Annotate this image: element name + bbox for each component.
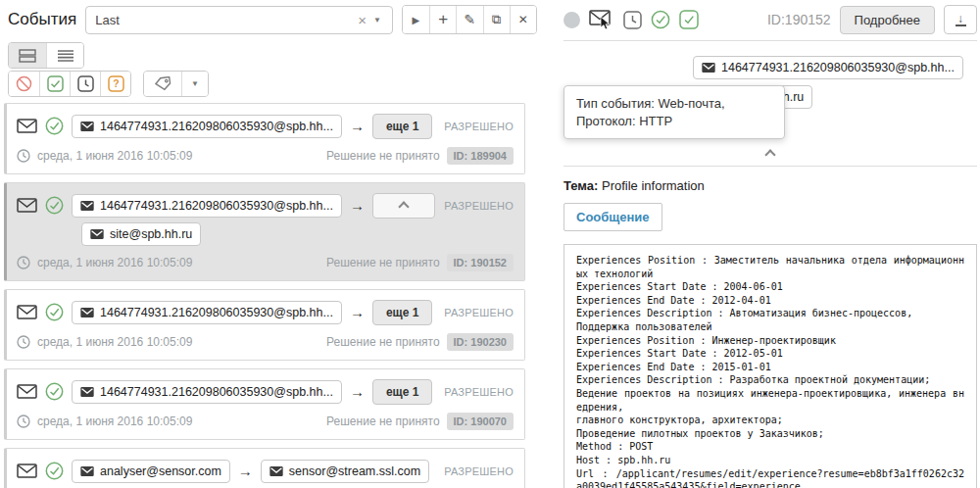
- event-date: среда, 1 июня 2016 10:05:09: [37, 256, 192, 269]
- verdict-allowed-icon: [45, 462, 64, 480]
- event-date: среда, 1 июня 2016 10:05:09: [37, 149, 192, 163]
- mail-icon: [80, 387, 94, 397]
- event-id-badge: ID: 190230: [447, 333, 514, 351]
- sender-address: 1464774931.216209806035930@spb.hh...: [100, 306, 333, 319]
- filter-blocked-button[interactable]: [9, 72, 39, 96]
- decision-label: Решение не принято: [326, 335, 439, 349]
- tags-filter-button[interactable]: [144, 72, 181, 96]
- mail-icon: [90, 229, 104, 239]
- verdict-filter-toolbar: ? ▼: [8, 71, 537, 97]
- edit-filter-button[interactable]: ✎: [456, 6, 482, 33]
- events-console: События Last × ▼ ▶ + ✎ ⧉ ✕: [0, 0, 980, 488]
- saved-filter-dropdown[interactable]: Last × ▼: [85, 6, 393, 34]
- sender-chip[interactable]: analyser@sensor.com: [72, 460, 230, 483]
- mail-icon: [80, 466, 94, 476]
- sender-chip[interactable]: 1464774931.216209806035930@spb.hh...: [72, 194, 342, 218]
- event-card[interactable]: 1464774931.216209806035930@spb.hh... → е…: [4, 103, 525, 174]
- recipient-address: sensor@stream.ssl.com: [289, 464, 420, 478]
- event-fields: 1464774931.216209806035930@spb.hh... Пол…: [564, 56, 977, 138]
- copy-icon: ⧉: [492, 12, 501, 27]
- download-icon-bar: [956, 24, 966, 26]
- event-date: среда, 1 июня 2016 10:05:09: [37, 335, 192, 349]
- sender-chip[interactable]: 1464774931.216209806035930@spb.hh...: [72, 301, 342, 324]
- mail-icon: [702, 63, 715, 73]
- message-body[interactable]: Experiences Position : Заместитель начал…: [564, 244, 977, 488]
- clock-square-icon: [77, 75, 94, 92]
- event-card[interactable]: 1464774931.216209806035930@spb.hh... → е…: [4, 368, 525, 440]
- card-view-button[interactable]: [9, 43, 46, 68]
- question-icon: ?: [108, 75, 124, 92]
- event-type-mail-icon[interactable]: [589, 10, 614, 29]
- pencil-icon: ✎: [465, 12, 476, 27]
- status-label: РАЗРЕШЕНО: [444, 386, 514, 398]
- arrow-icon: →: [350, 197, 365, 214]
- chevron-down-icon[interactable]: ▼: [371, 16, 383, 24]
- collapse-details-button[interactable]: [564, 148, 977, 160]
- event-date: среда, 1 июня 2016 10:05:09: [37, 415, 192, 428]
- verdict-allowed-icon: [45, 382, 64, 401]
- event-card[interactable]: analyser@sensor.com → sensor@stream.ssl.…: [4, 448, 525, 488]
- svg-text:?: ?: [113, 77, 119, 89]
- mail-event-icon: [17, 198, 37, 213]
- arrow-icon: →: [350, 383, 365, 400]
- play-icon: ▶: [413, 15, 420, 25]
- list-view-icon: [57, 49, 74, 63]
- more-recipients-button[interactable]: еще 1: [372, 379, 432, 405]
- decision-label: Решение не принято: [326, 415, 439, 428]
- mail-event-icon: [17, 384, 37, 399]
- subject-label: Тема:: [564, 178, 598, 193]
- chevron-up-icon: [764, 149, 775, 160]
- chevron-up-icon: [398, 201, 409, 212]
- recipient-chip[interactable]: sensor@stream.ssl.com: [261, 460, 429, 483]
- event-id-label: ID:190152: [767, 12, 831, 27]
- mail-icon: [80, 308, 94, 317]
- sender-chip[interactable]: 1464774931.216209806035930@spb.hh...: [72, 115, 342, 138]
- senders-row: 1464774931.216209806035930@spb.hh...: [564, 56, 977, 79]
- allowed-check-icon: [47, 75, 64, 92]
- tab-message[interactable]: Сообщение: [564, 203, 662, 231]
- run-filter-button[interactable]: ▶: [403, 6, 429, 33]
- blocked-icon: [16, 75, 32, 92]
- card-view-icon: [19, 49, 36, 63]
- table-view-button[interactable]: [46, 43, 83, 68]
- plus-icon: +: [438, 10, 448, 29]
- clock-icon: [17, 415, 30, 428]
- mail-icon: [270, 466, 283, 476]
- status-label: РАЗРЕШЕНО: [444, 465, 514, 477]
- event-card-selected[interactable]: 1464774931.216209806035930@spb.hh... → Р…: [4, 182, 525, 281]
- tags-dropdown-button[interactable]: ▼: [181, 72, 208, 96]
- event-type-tooltip: Тип события: Web-почта, Протокол: HTTP: [564, 85, 785, 139]
- view-toggle: [8, 42, 537, 69]
- sender-chip[interactable]: 1464774931.216209806035930@spb.hh...: [693, 56, 963, 79]
- close-icon: ✕: [518, 13, 528, 26]
- recipient-chip[interactable]: site@spb.hh.ru: [81, 222, 201, 246]
- add-filter-button[interactable]: +: [429, 6, 456, 33]
- divider: [564, 166, 977, 167]
- sender-chip[interactable]: 1464774931.216209806035930@spb.hh...: [72, 380, 342, 404]
- filter-actions-toolbar: ▶ + ✎ ⧉ ✕: [402, 5, 537, 34]
- collapse-recipients-button[interactable]: [372, 193, 435, 219]
- event-card[interactable]: 1464774931.216209806035930@spb.hh... → е…: [4, 289, 525, 361]
- filter-pending-button[interactable]: [70, 72, 100, 96]
- verdict-allowed-icon: [45, 196, 64, 215]
- cursor-icon: [600, 17, 612, 34]
- more-recipients-button[interactable]: еще 1: [372, 114, 432, 139]
- more-recipients-button[interactable]: еще 1: [372, 300, 432, 325]
- details-button[interactable]: Подробнее: [840, 6, 935, 34]
- mail-event-icon: [17, 464, 37, 478]
- download-button[interactable]: ↓: [944, 5, 977, 34]
- sender-address: analyser@sensor.com: [100, 464, 221, 478]
- delete-filter-button[interactable]: ✕: [510, 6, 536, 33]
- clear-filter-icon[interactable]: ×: [353, 12, 371, 28]
- event-detail-header: ID:190152 Подробнее ↓: [564, 0, 977, 34]
- page-title: События: [8, 10, 76, 29]
- event-list: 1464774931.216209806035930@spb.hh... → е…: [4, 103, 525, 488]
- mail-event-icon: [17, 305, 37, 319]
- filter-allowed-button[interactable]: [39, 72, 70, 96]
- filter-value[interactable]: Last: [95, 13, 353, 27]
- clock-icon: [17, 149, 30, 163]
- copy-filter-button[interactable]: ⧉: [483, 6, 510, 33]
- filter-unknown-button[interactable]: ?: [100, 72, 130, 96]
- subject-row: Тема: Profile information: [564, 178, 977, 193]
- status-label: РАЗРЕШЕНО: [444, 121, 514, 132]
